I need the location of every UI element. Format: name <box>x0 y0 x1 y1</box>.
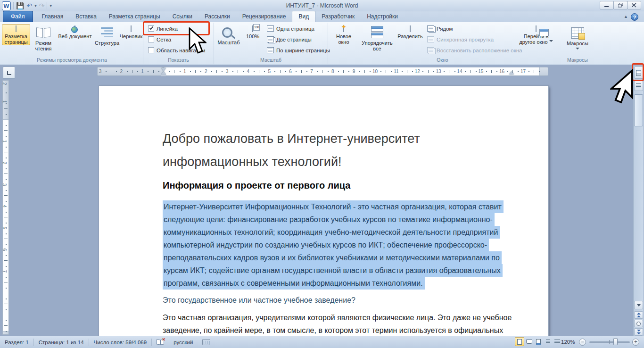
group-label: Макросы <box>557 57 598 63</box>
one-page-button[interactable]: Одна страница <box>267 25 314 32</box>
print-layout-button[interactable]: Разметка страницы <box>2 24 30 45</box>
ruler-tick <box>380 71 381 72</box>
split-button[interactable]: Разделить <box>397 24 423 40</box>
selected-text-line[interactable]: Интернет-Университет Информационных Техн… <box>163 200 504 213</box>
hanging-indent-marker[interactable] <box>161 71 166 75</box>
draft-view-button[interactable] <box>553 337 562 346</box>
magnifier-icon <box>222 27 232 38</box>
selected-text-line[interactable]: курсам ИКТ; содействие органам государст… <box>163 264 503 277</box>
view-side-by-side-button[interactable]: Рядом <box>427 25 453 32</box>
tab-view[interactable]: Вид <box>292 11 315 22</box>
ruler-number: 1 <box>141 69 144 74</box>
first-line-indent-marker[interactable] <box>161 68 166 71</box>
collapse-ribbon-icon[interactable]: ▲ <box>624 14 628 19</box>
web-layout-button[interactable]: Веб-документ <box>57 24 93 40</box>
next-page-button[interactable] <box>634 328 643 336</box>
macros-icon <box>571 27 584 39</box>
help-icon[interactable]: ? <box>631 13 638 21</box>
arrange-all-button[interactable]: Упорядочить все <box>358 24 396 52</box>
selected-text-line[interactable]: коммуникационных технологий; координация… <box>163 226 500 239</box>
zoom-out-button[interactable]: − <box>579 339 586 346</box>
outline-button[interactable]: Структура <box>94 24 120 46</box>
tab-references[interactable]: Ссылки <box>166 11 198 22</box>
switch-windows-button[interactable]: Перейти в другое окно <box>518 24 554 45</box>
ruler-tick <box>449 70 449 73</box>
ruler-tick <box>465 71 466 72</box>
ruler-tick <box>301 70 302 73</box>
paragraph-line[interactable]: заведение, по крайней мере, в том смысле… <box>163 324 503 337</box>
reading-view-icon <box>526 340 532 344</box>
zoom-level-label[interactable]: 120% <box>561 339 575 345</box>
reading-view-button[interactable] <box>524 337 534 346</box>
spellcheck-book-icon <box>157 340 164 345</box>
new-window-button[interactable]: ✦ Новое окно <box>330 24 357 45</box>
selected-text-line[interactable]: следующие цели: финансирование разработо… <box>163 213 495 226</box>
question-line[interactable]: Это государственное или частное учебное … <box>163 294 355 307</box>
document-heading2[interactable]: Информация о проекте от первого лица <box>163 180 350 191</box>
checkbox-icon[interactable] <box>148 36 154 42</box>
tab-page-layout[interactable]: Разметка страницы <box>103 11 166 22</box>
scrollbar-thumb[interactable] <box>634 94 643 126</box>
left-indent-marker[interactable] <box>161 75 166 76</box>
draft-button[interactable]: Черновик <box>119 24 143 40</box>
tab-addins[interactable]: Надстройки <box>361 11 404 22</box>
ruler-number: 7 <box>2 270 7 273</box>
status-word-count[interactable]: Число слов: 59/4 069 <box>89 338 152 347</box>
document-title[interactable]: Добро пожаловать в Интернет-университет … <box>163 127 420 174</box>
checkbox-icon[interactable] <box>148 47 154 53</box>
ruler-tick <box>6 320 7 321</box>
tab-home[interactable]: Главная <box>36 11 70 22</box>
status-language[interactable]: русский <box>169 338 198 347</box>
keyboard-language-button[interactable] <box>198 338 215 347</box>
page-width-button[interactable]: По ширине страницы <box>267 47 330 53</box>
status-section[interactable]: Раздел: 1 <box>0 338 33 347</box>
tab-insert[interactable]: Вставка <box>69 11 103 22</box>
tab-review[interactable]: Рецензирование <box>236 11 292 22</box>
outline-view-button[interactable] <box>543 337 553 346</box>
web-layout-view-button[interactable] <box>534 337 543 346</box>
previous-page-button[interactable] <box>634 311 643 319</box>
ruler-tick <box>169 71 170 72</box>
zoom-in-button[interactable]: + <box>632 339 639 346</box>
right-indent-marker[interactable] <box>509 71 514 75</box>
ruler-number: 7 <box>310 69 313 74</box>
h-ruler[interactable]: 3211234567891011121314151617 <box>97 67 548 76</box>
ruler-tick <box>317 71 318 72</box>
ruler-tick <box>4 195 8 196</box>
selected-text-line[interactable]: программ, связанных с современными инфор… <box>163 277 425 290</box>
macros-button[interactable]: Макросы <box>562 24 593 52</box>
print-layout-view-button[interactable] <box>515 337 524 346</box>
zoom-slider-track[interactable] <box>589 341 630 343</box>
reading-mode-icon <box>36 28 50 38</box>
scroll-down-button[interactable] <box>634 301 643 309</box>
selected-text-line[interactable]: преподавательских кадров вузов и их библ… <box>163 251 502 264</box>
two-pages-button[interactable]: Две страницы <box>267 36 312 42</box>
tab-selector-button[interactable] <box>3 66 15 79</box>
zoom-slider-thumb[interactable] <box>613 338 618 345</box>
document-page[interactable]: Добро пожаловать в Интернет-университет … <box>99 86 548 336</box>
status-page-number[interactable]: Страница: 1 из 14 <box>34 338 89 347</box>
close-button[interactable] <box>627 1 641 9</box>
ruler-tick <box>243 71 244 72</box>
gridlines-checkbox[interactable]: Сетка <box>148 36 171 42</box>
zoom-button[interactable]: Масштаб <box>216 24 241 46</box>
v-ruler[interactable]: 211234567 <box>2 80 9 335</box>
minimize-button[interactable] <box>600 1 614 9</box>
reading-mode-button[interactable]: Режим чтения <box>31 24 56 52</box>
paragraph-line[interactable]: Это частная организация, учредителями ко… <box>163 311 512 324</box>
group-document-views: Разметка страницы Режим чтения Веб-докум… <box>1 23 143 64</box>
zoom-100-button[interactable]: 100 100% <box>242 24 263 40</box>
ruler-tick <box>6 331 7 332</box>
selected-text-line[interactable]: компьютерной индустрии по созданию учебн… <box>163 239 489 251</box>
scroll-up-button[interactable] <box>634 81 643 91</box>
ruler-tick <box>422 71 423 72</box>
tab-file[interactable]: Файл <box>3 11 33 22</box>
restore-button[interactable] <box>613 1 627 9</box>
ruler-number: 4 <box>247 69 250 74</box>
select-browse-object-button[interactable] <box>634 320 643 327</box>
ruler-tick <box>476 71 477 72</box>
ruler-number: 2 <box>2 83 7 85</box>
proofing-errors-button[interactable] <box>152 338 169 347</box>
tab-developer[interactable]: Разработчик <box>315 11 361 22</box>
tab-mailings[interactable]: Рассылки <box>198 11 236 22</box>
